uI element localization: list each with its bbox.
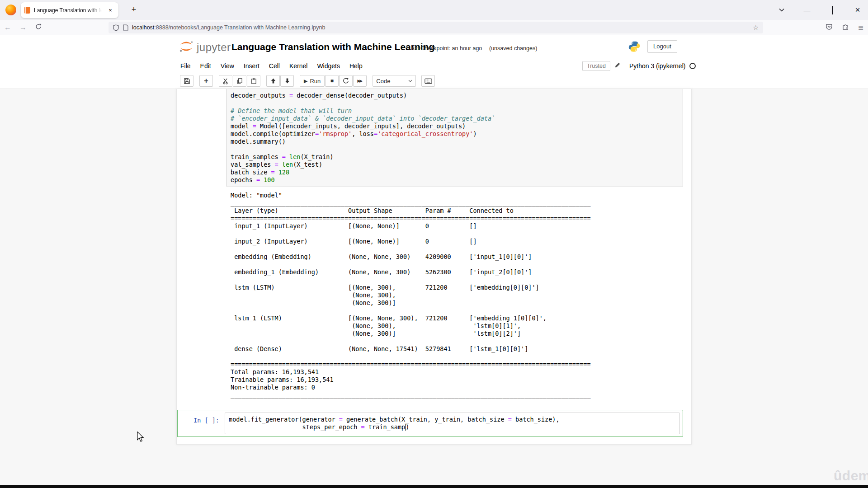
- kernel-idle-indicator: [689, 63, 696, 69]
- model-summary-output: Model: "model" _________________________…: [231, 192, 683, 399]
- notebook-container: decoder_outputs = decoder_dense(decoder_…: [176, 89, 692, 445]
- code-editor-active[interactable]: model.fit_generator(generator = generate…: [225, 413, 680, 434]
- jupyter-logo[interactable]: jupyter: [179, 40, 231, 54]
- run-button[interactable]: ▶ Run: [300, 75, 325, 87]
- move-cell-down-button[interactable]: [280, 75, 294, 87]
- cell-output-area: Model: "model" _________________________…: [226, 187, 683, 402]
- minimize-button[interactable]: —: [800, 6, 814, 14]
- back-button[interactable]: ←: [0, 23, 15, 32]
- menu-edit[interactable]: Edit: [196, 61, 215, 71]
- trusted-badge: Trusted: [582, 61, 610, 71]
- browser-tab-bar: Language Translation with Mac × + — ×: [0, 0, 868, 20]
- jupyter-logo-icon: [179, 40, 194, 54]
- jupyter-header: jupyter Language Translation with Machin…: [0, 35, 868, 89]
- url-bar[interactable]: localhost:8888/notebooks/Language Transl…: [108, 22, 763, 33]
- menu-view[interactable]: View: [217, 61, 238, 71]
- save-button[interactable]: [180, 75, 193, 87]
- extensions-puzzle-icon[interactable]: [842, 23, 849, 32]
- add-cell-button[interactable]: +: [199, 75, 213, 87]
- play-icon: ▶: [304, 78, 307, 84]
- chevron-down-icon: [408, 80, 412, 82]
- page-icon: [123, 24, 128, 31]
- code-cell-model[interactable]: decoder_outputs = decoder_dense(decoder_…: [177, 89, 683, 187]
- edit-pencil-icon[interactable]: [614, 62, 621, 70]
- logout-button[interactable]: Logout: [647, 40, 677, 53]
- menu-help[interactable]: Help: [345, 61, 367, 71]
- jupyter-toolbar: + ▶ Run ■ ▶▶ Code: [0, 73, 868, 89]
- copy-cells-button[interactable]: [233, 75, 246, 87]
- notebook-title[interactable]: Language Translation with Machine Learni…: [231, 42, 434, 52]
- restart-run-all-button[interactable]: ▶▶: [353, 75, 367, 87]
- reload-button[interactable]: [31, 23, 46, 32]
- screen-bottom-bar: [0, 485, 868, 488]
- input-prompt: [177, 89, 226, 187]
- bookmark-star-icon[interactable]: ☆: [753, 24, 759, 31]
- interrupt-kernel-button[interactable]: ■: [325, 75, 339, 87]
- menu-file[interactable]: File: [176, 61, 195, 71]
- menu-cell[interactable]: Cell: [265, 61, 284, 71]
- input-prompt: In [ ]:: [178, 413, 225, 434]
- tab-list-chevron-icon[interactable]: [775, 8, 788, 12]
- restore-button[interactable]: [826, 6, 839, 14]
- active-code-cell[interactable]: In [ ]: model.fit_generator(generator = …: [177, 410, 683, 437]
- cell-type-dropdown[interactable]: Code: [373, 75, 416, 87]
- url-text: localhost:8888/notebooks/Language Transl…: [132, 24, 325, 31]
- notebook-favicon-icon: [24, 7, 30, 14]
- notebook-page: decoder_outputs = decoder_dense(decoder_…: [0, 89, 868, 488]
- mouse-cursor: [136, 432, 146, 442]
- browser-nav-bar: ← → localhost:8888/notebooks/Language Tr…: [0, 20, 868, 35]
- tab-close-icon[interactable]: ×: [106, 6, 115, 15]
- shield-icon: [113, 24, 119, 31]
- command-palette-keyboard-button[interactable]: [421, 75, 435, 87]
- paste-cells-button[interactable]: [247, 75, 260, 87]
- kernel-name: Python 3 (ipykernel): [629, 62, 686, 70]
- menu-insert[interactable]: Insert: [240, 61, 264, 71]
- firefox-logo-icon[interactable]: [5, 5, 16, 15]
- forward-button[interactable]: →: [15, 23, 31, 32]
- python-logo-icon: [628, 41, 640, 54]
- jupyter-wordmark: jupyter: [197, 41, 231, 54]
- menu-widgets[interactable]: Widgets: [313, 61, 344, 71]
- checkpoint-status: Last Checkpoint: an hour ago: [408, 45, 482, 52]
- new-tab-button[interactable]: +: [127, 4, 140, 16]
- code-editor[interactable]: decoder_outputs = decoder_dense(decoder_…: [226, 89, 683, 187]
- unsaved-status: (unsaved changes): [489, 45, 537, 52]
- restart-kernel-button[interactable]: [339, 75, 353, 87]
- udemy-watermark: ûdemy: [834, 468, 868, 483]
- menu-hamburger-icon[interactable]: ≡: [858, 23, 863, 33]
- menu-kernel[interactable]: Kernel: [285, 61, 311, 71]
- move-cell-up-button[interactable]: [266, 75, 280, 87]
- pocket-icon[interactable]: [826, 23, 833, 32]
- cut-cells-button[interactable]: [219, 75, 232, 87]
- tab-title: Language Translation with Mac: [34, 7, 102, 14]
- close-button[interactable]: ×: [851, 5, 864, 15]
- jupyter-menubar: File Edit View Insert Cell Kernel Widget…: [0, 59, 868, 73]
- browser-tab[interactable]: Language Translation with Mac ×: [21, 2, 118, 18]
